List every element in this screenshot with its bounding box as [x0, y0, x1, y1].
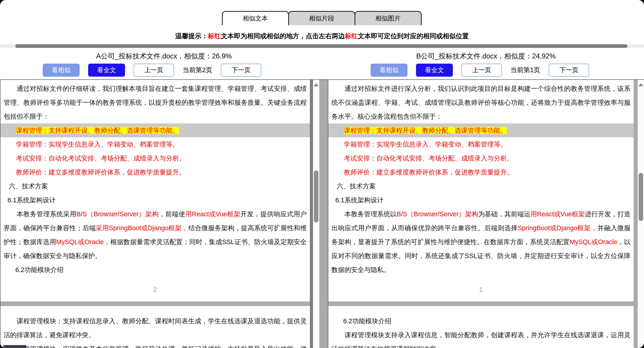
highlighted-similar-text[interactable]: 课程管理：支持课程开设、教师分配、选课管理等功能。 — [16, 127, 179, 134]
page-gutter — [634, 80, 638, 348]
notice-segment: 文本即为相同或相似的地方，点击左右两边 — [221, 32, 345, 40]
notice-red-keyword: 标红 — [345, 32, 358, 40]
doc-paragraph: 课程管理模块支持录入课程信息，智能分配教师，创建课程表，并允许学生在线选课退课，… — [332, 328, 630, 348]
notice-segment: 文本即可定位到对应的相同或相似位置 — [358, 32, 469, 40]
page-number: 1 — [332, 282, 630, 296]
notice-text: 温馨提示：标红文本即为相同或相似的地方，点击左右两边标红文本即可定位到对应的相同… — [0, 32, 644, 41]
similar-text-line[interactable]: 学籍管理：实现学生信息录入、学籍变动、档案管理等。 — [332, 137, 630, 151]
document-content: 通过对招标文件进行深入分析，我们认识到此项目的目标是构建一个综合性的教务管理系统… — [328, 80, 634, 348]
document-content: 通过对招标文件的仔细研读，我们理解本项目旨在建立一套集课程管理、学籍管理、考试安… — [0, 80, 310, 348]
text-segment: 六、技术方案 — [336, 182, 376, 190]
similar-text-line[interactable]: 课程管理：支持课程开设、教师分配、选课管理等功能。 — [0, 124, 310, 137]
page-break-gap — [328, 302, 634, 306]
similarity-compare-window: 相似文本相似片段相似图片 温馨提示：标红文本即为相同或相似的地方，点击左右两边标… — [0, 0, 644, 348]
horizontal-scrollbar-thumb[interactable] — [15, 44, 627, 48]
text-segment: 为基础，其前端运 — [478, 210, 530, 218]
doc-paragraph: 6.2功能模块介绍 — [4, 263, 307, 277]
similar-text-segment[interactable]: 用React或Vue框架 — [185, 210, 240, 218]
tab-similar-fragment[interactable]: 相似片段 — [288, 11, 355, 25]
similar-text-line[interactable]: 课程管理：支持课程开设、教师分配、选课管理等功能。 — [328, 124, 634, 137]
text-segment[interactable]: 考试安排：自动化考试安排、考场分配、成绩录入与分析。 — [344, 155, 513, 162]
tab-similar-image[interactable]: 相似图片 — [354, 11, 422, 25]
similar-text-segment[interactable]: B/S（Browser/Server）架构 — [397, 210, 478, 218]
document-panel: A公司_投标技术文件.docx，相似度：26.9% 看相似 看全文 上一页 当前… — [0, 48, 328, 348]
panel-toolbar: 看相似 看全文 上一页 当前第1页 下一页 — [328, 64, 644, 77]
prev-page-button[interactable]: 上一页 — [134, 64, 174, 77]
panel-spacer — [319, 80, 328, 348]
scroll-up-arrow-icon[interactable] — [638, 83, 643, 86]
doc-paragraph: 六、技术方案 — [332, 179, 630, 193]
text-segment: 通过对招标文件进行深入分析，我们认识到此项目的目标是构建一个综合性的教务管理系统… — [332, 85, 630, 120]
next-page-button[interactable]: 下一页 — [221, 64, 261, 77]
similar-text-line[interactable]: 教师评价：建立多维度教师评价体系，促进教学质量提升。 — [332, 165, 630, 179]
similar-text-segment[interactable]: 用React或Vue框架 — [530, 210, 585, 218]
document-page: 6.2功能模块介绍课程管理模块支持录入课程信息，智能分配教师，创建课程表，并允许… — [328, 306, 634, 348]
similar-text-line[interactable]: 教师评价：建立多维度教师评价体系，促进教学质量提升。 — [4, 165, 307, 179]
text-segment: ，前端使 — [159, 210, 185, 218]
document-viewport[interactable]: 通过对招标文件的仔细研读，我们理解本项目旨在建立一套集课程管理、学籍管理、考试安… — [0, 79, 328, 348]
vertical-scrollbar-thumb[interactable] — [638, 173, 643, 221]
doc-paragraph: 6.1系统架构设计 — [4, 193, 307, 207]
tab-bar: 相似文本相似片段相似图片 — [0, 11, 644, 25]
page-indicator: 当前第2页 — [182, 66, 212, 75]
text-segment: 课程管理模块：支持课程信息录入、教师分配、课程时间表生成，学生在线选课及退选功能… — [4, 318, 307, 338]
text-segment: 本教务管理系统以 — [344, 210, 397, 218]
doc-paragraph: 六、技术方案 — [4, 179, 307, 193]
text-segment: 6.2功能模块介绍 — [343, 318, 391, 324]
next-page-button[interactable]: 下一页 — [549, 64, 589, 77]
highlighted-similar-text[interactable]: 课程管理：支持课程开设、教师分配、选课管理等功能。 — [344, 127, 507, 134]
text-segment[interactable]: 教师评价：建立多维度教师评价体系，促进教学质量提升。 — [16, 168, 186, 176]
view-fulltext-button[interactable]: 看全文 — [88, 64, 125, 77]
similar-text-segment[interactable]: MySQL或Oracle， — [570, 238, 624, 246]
vertical-scrollbar-thumb[interactable] — [314, 170, 318, 222]
text-segment: 课程管理模块支持录入课程信息，智能分配教师，创建课程表，并允许学生在线选课退课，… — [332, 331, 630, 348]
compare-panels: A公司_投标技术文件.docx，相似度：26.9% 看相似 看全文 上一页 当前… — [0, 48, 644, 348]
document-page: 通过对招标文件的仔细研读，我们理解本项目旨在建立一套集课程管理、学籍管理、考试安… — [0, 80, 310, 296]
view-fulltext-button[interactable]: 看全文 — [416, 64, 453, 77]
page-number: 2 — [4, 282, 307, 296]
document-title: B公司_投标技术文件.docx，相似度：24.92% — [328, 50, 644, 62]
similar-text-segment[interactable]: 采用SpringBoot或Django框架， — [96, 224, 188, 232]
doc-paragraph: 课程管理模块：支持课程信息录入、教师分配、课程时间表生成，学生在线选课及退选功能… — [4, 314, 307, 342]
doc-paragraph: 本教务管理系统采用B/S（Browser/Server）架构，前端使用React… — [4, 207, 307, 263]
doc-paragraph: 通过对招标文件的仔细研读，我们理解本项目旨在建立一套集课程管理、学籍管理、考试安… — [4, 82, 307, 124]
text-segment[interactable]: 考试安排：自动化考试安排、考场分配、成绩录入与分析。 — [16, 155, 186, 162]
doc-paragraph: 通过对招标文件进行深入分析，我们认识到此项目的目标是构建一个综合性的教务管理系统… — [332, 82, 630, 124]
doc-horizontal-scrollbar-thumb[interactable] — [3, 345, 26, 348]
text-segment[interactable]: 学籍管理：实现学生信息录入、学籍变动、档案管理等。 — [344, 141, 507, 148]
text-segment: 通过对招标文件的仔细研读，我们理解本项目旨在建立一套集课程管理、学籍管理、考试安… — [4, 85, 307, 120]
text-segment: 6.1系统架构设计 — [8, 196, 56, 204]
panel-toolbar: 看相似 看全文 上一页 当前第2页 下一页 — [0, 64, 328, 77]
vertical-scrollbar[interactable] — [638, 80, 644, 348]
similar-text-segment[interactable]: MySQL或Oracle， — [56, 238, 110, 246]
document-page: 课程管理模块：支持课程信息录入、教师分配、课程时间表生成，学生在线选课及退选功能… — [0, 306, 310, 348]
document-viewport[interactable]: 通过对招标文件进行深入分析，我们认识到此项目的目标是构建一个综合性的教务管理系统… — [328, 79, 644, 348]
similar-text-segment[interactable]: B/S（Browser/Server）架构 — [76, 210, 159, 218]
similar-text-segment[interactable]: SpringBoot或Django框架， — [518, 224, 598, 232]
header: 相似文本相似片段相似图片 温馨提示：标红文本即为相同或相似的地方，点击左右两边标… — [0, 0, 644, 44]
text-segment[interactable]: 教师评价：建立多维度教师评价体系，促进教学质量提升。 — [344, 168, 513, 176]
document-page: 通过对招标文件进行深入分析，我们认识到此项目的目标是构建一个综合性的教务管理系统… — [328, 80, 634, 296]
vertical-scrollbar[interactable] — [313, 80, 319, 348]
document-panel: B公司_投标技术文件.docx，相似度：24.92% 看相似 看全文 上一页 当… — [328, 48, 644, 348]
text-segment: 6.1系统架构设计 — [335, 196, 384, 204]
view-similar-button[interactable]: 看相似 — [43, 64, 80, 77]
page-gutter — [310, 80, 313, 348]
tab-similar-text[interactable]: 相似文本 — [222, 11, 289, 25]
text-segment[interactable]: 学籍管理：实现学生信息录入、学籍变动、档案管理等。 — [16, 141, 179, 148]
view-similar-button[interactable]: 看相似 — [370, 64, 408, 77]
similar-text-line[interactable]: 考试安排：自动化考试安排、考场分配、成绩录入与分析。 — [332, 151, 630, 165]
doc-paragraph: 本教务管理系统以B/S（Browser/Server）架构为基础，其前端运用Re… — [332, 207, 630, 277]
similar-text-line[interactable]: 考试安排：自动化考试安排、考场分配、成绩录入与分析。 — [4, 151, 307, 165]
similar-text-line[interactable]: 学籍管理：实现学生信息录入、学籍变动、档案管理等。 — [4, 137, 307, 151]
text-segment: 本教务管理系统采用 — [17, 210, 76, 218]
doc-paragraph: 6.2功能模块介绍 — [332, 314, 630, 328]
text-segment: 6.2功能模块介绍 — [15, 266, 64, 273]
horizontal-scrollbar[interactable] — [0, 44, 644, 48]
notice-red-keyword: 标红 — [208, 32, 221, 40]
scroll-up-arrow-icon[interactable] — [314, 83, 319, 86]
page-indicator: 当前第1页 — [510, 66, 540, 75]
prev-page-button[interactable]: 上一页 — [462, 64, 502, 77]
text-segment: 学籍管理模块：实现学生基本信息管理、学籍异动处理、奖惩记录维护，支持批量导入导出… — [4, 345, 307, 348]
doc-paragraph: 6.1系统架构设计 — [332, 193, 630, 207]
